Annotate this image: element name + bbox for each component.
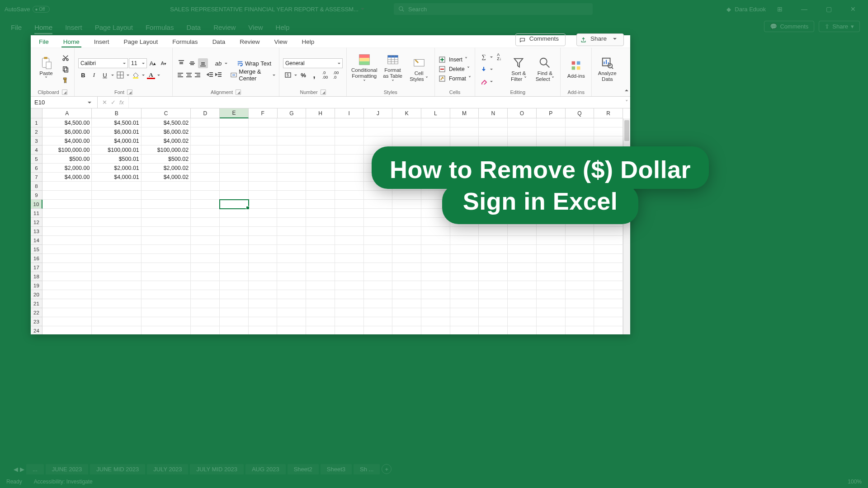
cell[interactable] — [392, 191, 421, 200]
cell[interactable] — [479, 218, 508, 227]
cell[interactable] — [566, 173, 594, 182]
cell[interactable] — [566, 200, 594, 209]
cell[interactable] — [594, 227, 623, 236]
cell[interactable] — [142, 290, 191, 299]
cell[interactable]: $4,000.00 — [42, 173, 92, 182]
align-center-button[interactable] — [185, 70, 193, 80]
row-header[interactable]: 12 — [31, 218, 42, 227]
cell[interactable] — [142, 254, 191, 263]
cell[interactable] — [479, 299, 508, 308]
cell[interactable] — [249, 272, 278, 281]
fill-button[interactable] — [479, 64, 489, 74]
cell[interactable] — [335, 245, 364, 254]
cell[interactable] — [335, 299, 364, 308]
cell[interactable] — [306, 290, 335, 299]
cell[interactable] — [142, 182, 191, 191]
cell[interactable] — [479, 227, 508, 236]
cell[interactable] — [594, 272, 623, 281]
cell[interactable] — [306, 263, 335, 272]
bg-window-mode-icon[interactable]: ⊞ — [769, 5, 790, 13]
bg-sheet-tab[interactable]: Sheet2 — [288, 464, 319, 474]
cell[interactable] — [566, 317, 594, 326]
cell[interactable] — [479, 317, 508, 326]
comments-button[interactable]: Comments — [515, 33, 566, 46]
cell[interactable] — [191, 290, 220, 299]
cell[interactable] — [335, 254, 364, 263]
cell[interactable] — [220, 127, 249, 136]
cell[interactable] — [392, 209, 421, 218]
cell[interactable]: $2,000.01 — [92, 164, 141, 173]
cell[interactable] — [392, 290, 421, 299]
cell[interactable] — [335, 308, 364, 317]
select-all-corner[interactable] — [31, 108, 42, 118]
cell[interactable] — [92, 254, 141, 263]
cell[interactable] — [421, 227, 450, 236]
cell[interactable] — [594, 263, 623, 272]
cell[interactable] — [220, 227, 249, 236]
bg-user-name[interactable]: Dara Eduok — [735, 6, 766, 13]
bg-close-icon[interactable]: ✕ — [843, 5, 863, 13]
cell[interactable] — [142, 272, 191, 281]
tab-page-layout[interactable]: Page Layout — [122, 38, 160, 47]
bg-sheet-tab[interactable]: Sheet3 — [321, 464, 352, 474]
cell[interactable] — [249, 200, 278, 209]
cell[interactable] — [450, 209, 479, 218]
cell[interactable] — [249, 218, 278, 227]
tab-insert[interactable]: Insert — [92, 38, 111, 47]
column-header[interactable]: I — [335, 108, 364, 118]
cell[interactable] — [537, 218, 566, 227]
bg-tab-insert[interactable]: Insert — [65, 23, 82, 34]
font-color-button[interactable]: A — [146, 70, 156, 80]
cell[interactable] — [191, 326, 220, 334]
cell[interactable] — [479, 145, 508, 155]
cell[interactable] — [508, 218, 537, 227]
column-header[interactable]: M — [450, 108, 479, 118]
cell[interactable] — [392, 254, 421, 263]
cell[interactable] — [364, 200, 393, 209]
tab-data[interactable]: Data — [211, 38, 227, 47]
cell[interactable] — [479, 164, 508, 173]
decrease-font-button[interactable]: A▾ — [159, 58, 169, 68]
cell[interactable] — [508, 236, 537, 245]
cell[interactable] — [392, 218, 421, 227]
cell[interactable] — [594, 326, 623, 334]
cell[interactable] — [508, 173, 537, 182]
cell[interactable] — [479, 254, 508, 263]
cell[interactable] — [42, 308, 92, 317]
share-button[interactable]: Share — [576, 33, 624, 46]
align-top-button[interactable] — [176, 58, 186, 68]
cell[interactable] — [450, 164, 479, 173]
cell[interactable] — [594, 236, 623, 245]
cell[interactable] — [220, 173, 249, 182]
bg-tab-home[interactable]: Home — [34, 23, 52, 34]
row-header[interactable]: 11 — [31, 209, 42, 218]
row-header[interactable]: 15 — [31, 245, 42, 254]
cell[interactable] — [249, 281, 278, 290]
cell[interactable] — [479, 308, 508, 317]
cell[interactable] — [306, 218, 335, 227]
bg-sheet-tab[interactable]: JULY MID 2023 — [190, 464, 244, 474]
cell[interactable] — [306, 173, 335, 182]
cell[interactable] — [364, 290, 393, 299]
cell[interactable] — [537, 136, 566, 145]
bg-sheet-tab[interactable]: JULY 2023 — [147, 464, 188, 474]
bg-maximize-icon[interactable]: ▢ — [818, 5, 839, 13]
cell[interactable] — [537, 281, 566, 290]
cell[interactable] — [92, 281, 141, 290]
cell[interactable] — [306, 145, 335, 155]
bg-search-box[interactable]: Search — [394, 3, 593, 15]
cell[interactable] — [392, 136, 421, 145]
cell[interactable] — [450, 136, 479, 145]
cell[interactable] — [191, 209, 220, 218]
cell[interactable]: $500.01 — [92, 155, 141, 164]
clear-dropdown[interactable] — [490, 76, 493, 86]
cell[interactable] — [277, 317, 306, 326]
cell[interactable] — [249, 136, 278, 145]
bg-tab-view[interactable]: View — [248, 23, 263, 34]
cell[interactable] — [249, 290, 278, 299]
cell[interactable] — [306, 191, 335, 200]
sort-filter-button[interactable]: Sort & Filter ˅ — [507, 56, 530, 82]
cell[interactable] — [142, 326, 191, 334]
cell[interactable] — [335, 236, 364, 245]
column-header[interactable]: F — [249, 108, 278, 118]
